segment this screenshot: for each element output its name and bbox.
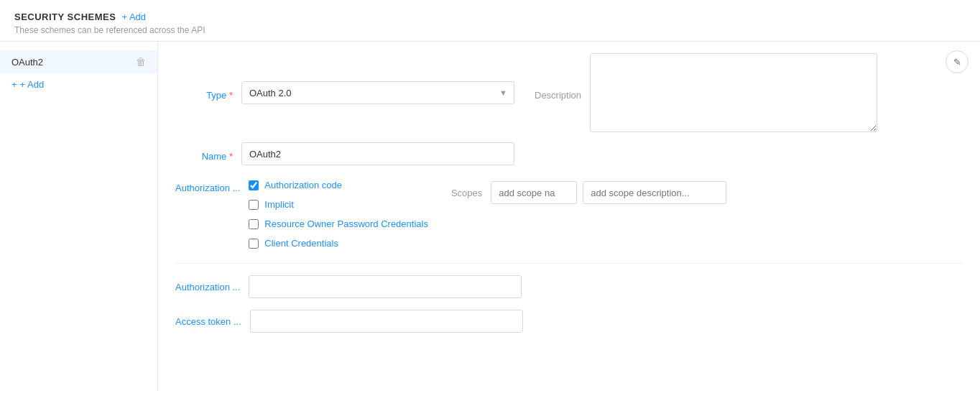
flow-client-credentials-label[interactable]: Client Credentials [264,238,338,249]
auth-flows-label: Authorization ... [175,180,240,193]
url-section: Authorization ... Access token ... [175,275,963,333]
flow-client-credentials-row: Client Credentials [249,238,428,249]
flow-implicit-label[interactable]: Implicit [264,199,293,210]
flow-auth-code-checkbox[interactable] [249,180,259,190]
name-row: Name [175,142,963,165]
scopes-section: Scopes [437,180,726,204]
flow-resource-owner-checkbox[interactable] [249,219,259,229]
scope-name-input[interactable] [491,181,577,204]
plus-icon: + [11,79,17,90]
page-title: SECURITY SCHEMES [14,11,116,22]
divider [175,263,963,264]
description-label: Description [535,86,581,101]
edit-button[interactable]: ✎ [946,50,969,73]
name-label: Name [175,147,233,162]
delete-icon[interactable]: 🗑 [136,56,146,68]
checkboxes-column: Authorization code Implicit Resource Own… [249,180,428,249]
scope-description-input[interactable] [583,181,726,204]
access-token-row: Access token ... [175,310,963,333]
auth-url-input[interactable] [249,275,522,298]
type-label: Type [175,86,233,101]
name-input[interactable] [241,142,514,165]
sidebar-item-label: OAuth2 [11,57,43,68]
type-row: Type OAuth 2.0 API Key HTTP OpenID Conne… [175,53,963,132]
page-header: SECURITY SCHEMES + Add These schemes can… [0,0,980,42]
sidebar: OAuth2 🗑 + + Add [0,42,158,391]
scopes-label: Scopes [451,188,482,198]
add-sidebar-label: + Add [20,79,45,90]
sidebar-item-oauth2[interactable]: OAuth2 🗑 [0,50,157,73]
flow-implicit-row: Implicit [249,199,428,210]
flow-auth-code-row: Authorization code [249,180,428,190]
main-content: OAuth2 🗑 + + Add ✎ Type OAuth 2.0 API Ke… [0,42,980,391]
flow-auth-code-label[interactable]: Authorization code [264,180,342,190]
access-token-input[interactable] [250,310,523,333]
form-area: ✎ Type OAuth 2.0 API Key HTTP OpenID Con… [158,42,980,391]
add-scheme-button[interactable]: + Add [121,11,146,22]
add-sidebar-item-button[interactable]: + + Add [0,73,157,96]
auth-url-label: Authorization ... [175,282,240,292]
flow-resource-owner-label[interactable]: Resource Owner Password Credentials [264,218,428,229]
flow-implicit-checkbox[interactable] [249,200,259,210]
type-select[interactable]: OAuth 2.0 API Key HTTP OpenID Connect [241,81,514,104]
flow-client-credentials-checkbox[interactable] [249,239,259,249]
access-token-label: Access token ... [175,316,241,327]
page-subtitle: These schemes can be referenced across t… [14,25,966,35]
auth-flows-section: Authorization ... Authorization code Imp… [175,180,963,249]
description-textarea[interactable] [590,53,877,132]
type-select-wrapper: OAuth 2.0 API Key HTTP OpenID Connect ▼ [241,81,514,104]
edit-icon: ✎ [953,57,961,68]
auth-url-row: Authorization ... [175,275,963,298]
flow-resource-owner-row: Resource Owner Password Credentials [249,218,428,229]
